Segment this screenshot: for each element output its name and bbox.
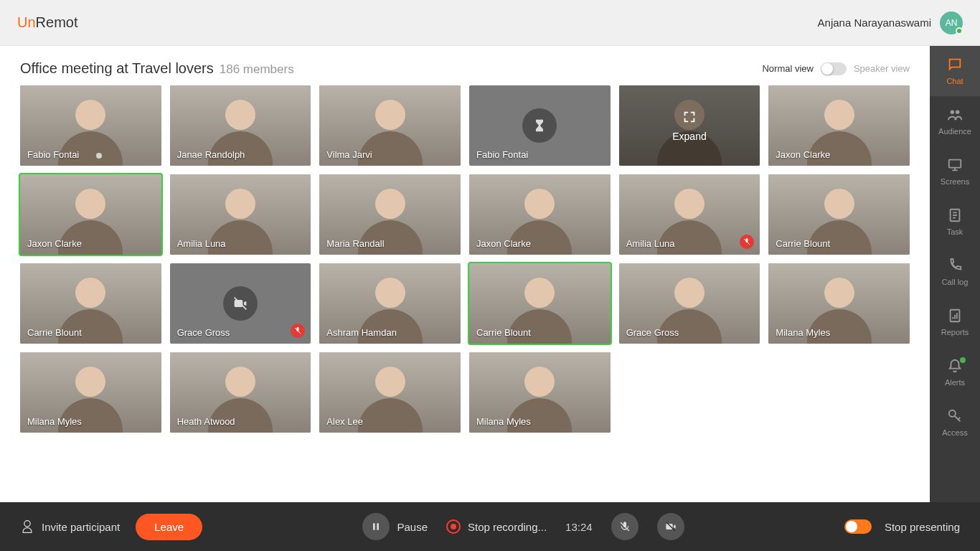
record-icon xyxy=(446,519,461,534)
participant-name: Ashram Hamdan xyxy=(326,327,397,338)
sidebar-label: Task xyxy=(947,227,963,236)
mute-mic-button[interactable] xyxy=(611,513,639,540)
camera-off-icon xyxy=(665,521,677,532)
meeting-members: 186 members xyxy=(220,62,294,77)
speaker-view-label[interactable]: Speaker view xyxy=(854,63,910,74)
sidebar-label: Screens xyxy=(941,177,969,186)
participant-name: Milana Myles xyxy=(476,416,531,427)
participant-name: Fabio Fontai xyxy=(476,149,528,160)
participant-tile[interactable]: Carrie Blount xyxy=(20,263,161,344)
participant-tile[interactable]: Fabio Fontai xyxy=(20,85,161,166)
svg-point-3 xyxy=(951,110,955,115)
brand-remot: Remot xyxy=(36,14,78,30)
participant-tile[interactable]: Jaxon Clarke xyxy=(768,85,910,166)
participant-name: Grace Gross xyxy=(177,327,230,338)
task-icon xyxy=(947,207,963,223)
participant-tile[interactable]: Vilma Jarvi xyxy=(319,85,461,166)
audience-icon xyxy=(947,107,963,123)
svg-point-4 xyxy=(956,110,960,115)
user-avatar[interactable]: AN xyxy=(940,11,963,34)
view-toggle: Normal view Speaker view xyxy=(762,62,910,75)
calllog-icon xyxy=(947,258,963,273)
sidebar-item-task[interactable]: Task xyxy=(930,197,980,247)
bottom-bar: Invite participant Leave Pause Stop reco… xyxy=(0,502,980,551)
sidebar-label: Call log xyxy=(942,278,969,286)
user-initials: AN xyxy=(946,18,958,28)
participant-tile[interactable]: Amilia Luna xyxy=(170,174,311,255)
participant-name: Heath Atwood xyxy=(177,416,235,427)
pause-button[interactable] xyxy=(362,513,390,540)
view-toggle-switch[interactable] xyxy=(821,62,847,75)
sidebar-item-audience[interactable]: Audience xyxy=(930,96,980,146)
participant-tile[interactable]: Expand xyxy=(619,85,760,166)
screens-icon xyxy=(947,157,963,173)
sidebar-label: Chat xyxy=(946,77,963,85)
camera-off-button[interactable] xyxy=(657,513,684,540)
participant-name: Carrie Blount xyxy=(776,238,830,249)
participant-name: Alex Lee xyxy=(326,416,363,427)
participant-name: Amilia Luna xyxy=(626,238,675,249)
participant-tile[interactable]: Grace Gross xyxy=(619,263,760,344)
participant-name: Milana Myles xyxy=(27,416,82,427)
brand-logo[interactable]: UnRemot xyxy=(17,14,77,31)
participant-tile[interactable]: Grace Gross xyxy=(170,263,311,344)
participant-tile[interactable]: Carrie Blount xyxy=(469,263,611,344)
participant-tile[interactable]: Milana Myles xyxy=(20,352,161,433)
sidebar-item-chat[interactable]: Chat xyxy=(930,46,980,96)
participant-name: Janae Randolph xyxy=(177,149,245,160)
content-area: Office meeting at Travel lovers 186 memb… xyxy=(0,46,930,502)
participant-tile[interactable]: Milana Myles xyxy=(469,352,611,433)
invite-icon xyxy=(20,519,34,534)
toggle-knob-icon xyxy=(846,521,857,532)
mic-off-icon xyxy=(619,521,631,532)
participant-name: Vilma Jarvi xyxy=(326,149,372,160)
participant-tile[interactable]: Fabio Fontai xyxy=(469,85,611,166)
stop-recording-group[interactable]: Stop recording... xyxy=(446,519,547,534)
participant-tile[interactable]: Janae Randolph xyxy=(170,85,311,166)
participant-tile[interactable]: Alex Lee xyxy=(319,352,461,433)
participant-name: Carrie Blount xyxy=(27,327,82,338)
svg-rect-10 xyxy=(377,523,380,529)
participant-name: Amilia Luna xyxy=(177,238,226,249)
notification-badge-icon xyxy=(960,357,966,363)
sidebar-item-screens[interactable]: Screens xyxy=(930,146,980,197)
bottom-right: Stop presenting xyxy=(844,519,960,534)
bottom-left: Invite participant Leave xyxy=(20,514,202,540)
camera-off-icon xyxy=(223,286,258,321)
sidebar-item-access[interactable]: Access xyxy=(930,397,980,448)
access-icon xyxy=(947,408,963,424)
participant-name: Jaxon Clarke xyxy=(27,238,82,249)
sidebar-label: Reports xyxy=(941,328,969,336)
participant-tile[interactable]: Heath Atwood xyxy=(170,352,311,433)
status-dot-icon xyxy=(96,153,102,159)
participant-tile[interactable]: Jaxon Clarke xyxy=(20,174,161,255)
right-sidebar: ChatAudienceScreensTaskCall logReportsAl… xyxy=(930,46,980,502)
participant-tile[interactable]: Jaxon Clarke xyxy=(469,174,611,255)
sidebar-label: Alerts xyxy=(945,378,965,387)
expand-overlay[interactable]: Expand xyxy=(619,85,760,166)
participant-name: Milana Myles xyxy=(776,327,830,338)
username-label: Anjana Narayanaswami xyxy=(818,17,931,29)
stop-presenting-toggle[interactable] xyxy=(844,519,872,534)
participant-tile[interactable]: Milana Myles xyxy=(768,263,910,344)
expand-label: Expand xyxy=(672,131,706,142)
participant-tile[interactable]: Amilia Luna xyxy=(619,174,760,255)
invite-participant-button[interactable]: Invite participant xyxy=(20,519,120,534)
sidebar-item-reports[interactable]: Reports xyxy=(930,297,980,347)
sidebar-label: Access xyxy=(942,428,967,437)
sidebar-item-calllog[interactable]: Call log xyxy=(930,247,980,297)
participant-tile[interactable]: Carrie Blount xyxy=(768,174,910,255)
toggle-knob-icon xyxy=(821,63,833,75)
sidebar-item-alerts[interactable]: Alerts xyxy=(930,347,980,397)
normal-view-label[interactable]: Normal view xyxy=(762,63,814,74)
app-header: UnRemot Anjana Narayanaswami AN xyxy=(0,0,980,46)
participant-tile[interactable]: Ashram Hamdan xyxy=(319,263,461,344)
leave-button[interactable]: Leave xyxy=(136,514,202,540)
meeting-title: Office meeting at Travel lovers xyxy=(20,60,214,77)
svg-point-8 xyxy=(949,410,956,417)
presence-dot-icon xyxy=(956,27,963,34)
recording-timer: 13:24 xyxy=(565,521,593,533)
main-area: Office meeting at Travel lovers 186 memb… xyxy=(0,46,980,502)
participant-tile[interactable]: Maria Randall xyxy=(319,174,461,255)
chat-icon xyxy=(947,57,963,72)
